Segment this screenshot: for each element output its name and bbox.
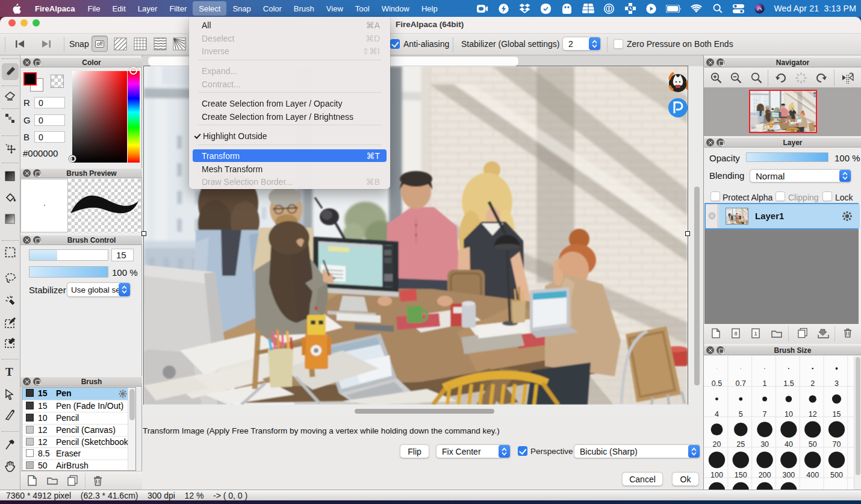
svg-text:5: 5 xyxy=(739,410,743,418)
svg-text:1.5: 1.5 xyxy=(783,379,794,388)
svg-text:300: 300 xyxy=(782,471,795,479)
svg-text:20: 20 xyxy=(713,440,721,449)
svg-text:25: 25 xyxy=(736,440,745,449)
svg-text:1: 1 xyxy=(763,379,767,388)
svg-text:0.5: 0.5 xyxy=(712,379,722,388)
svg-text:1: 1 xyxy=(754,331,757,337)
svg-text:8: 8 xyxy=(734,331,737,337)
svg-text:2: 2 xyxy=(810,379,815,388)
svg-text:100: 100 xyxy=(710,471,723,479)
svg-text:30: 30 xyxy=(760,440,769,449)
svg-text:70: 70 xyxy=(833,440,841,449)
svg-text:50: 50 xyxy=(809,440,817,449)
svg-text:200: 200 xyxy=(759,471,771,479)
svg-text:4: 4 xyxy=(715,410,719,418)
svg-text:500: 500 xyxy=(830,471,843,479)
svg-text:7: 7 xyxy=(763,410,767,418)
svg-text:10: 10 xyxy=(785,410,793,418)
svg-text:3: 3 xyxy=(835,379,839,388)
svg-text:40: 40 xyxy=(785,440,793,449)
svg-text:400: 400 xyxy=(806,471,819,479)
svg-text:150: 150 xyxy=(735,471,747,479)
svg-text:12: 12 xyxy=(809,410,817,418)
svg-text:0.7: 0.7 xyxy=(736,379,746,388)
svg-text:15: 15 xyxy=(833,410,841,418)
